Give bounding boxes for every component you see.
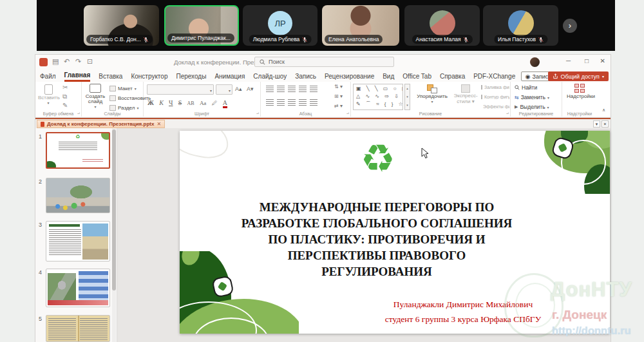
- addins-button[interactable]: Надстройки: [567, 84, 592, 99]
- decrease-indent-icon[interactable]: [288, 86, 296, 92]
- quick-styles-button[interactable]: Экспресс- стили ▾: [451, 84, 480, 104]
- tab-insert[interactable]: Вставка: [99, 71, 122, 81]
- find-label: Найти: [522, 84, 537, 91]
- font-size-select[interactable]: ▾: [216, 84, 232, 95]
- participant-tile-elena[interactable]: Елена Анатольевна: [322, 5, 399, 46]
- slide-canvas[interactable]: ♻ МЕЖДУНАРОДНЫЕ ПЕРЕГОВОР: [180, 131, 610, 334]
- tab-list-dropdown-button[interactable]: ▼: [593, 120, 600, 128]
- mouse-cursor: [421, 147, 429, 159]
- replace-button[interactable]: ⇆ Заменить ▾: [515, 94, 549, 100]
- shapes-gallery-scroll[interactable]: ▴▾▾: [404, 84, 410, 110]
- undo-icon[interactable]: ↶: [64, 57, 70, 66]
- share-button[interactable]: Общий доступ ▾: [548, 71, 609, 81]
- find-button[interactable]: Найти: [515, 84, 537, 91]
- shapes-gallery[interactable]: ▣ ╲ ╲ ▭ ○ ▢ △ ∿ ∿ ⇨ ⇩ ▱ ✎ ⌒ ≈ { } ☆: [353, 84, 403, 110]
- slide-author[interactable]: Пуланджакли Димитрис Михайлович студент …: [366, 297, 560, 327]
- justify-icon[interactable]: [299, 99, 307, 106]
- tab-transitions[interactable]: Переходы: [176, 71, 206, 81]
- participant-tile-ilya[interactable]: Илья Пастухов: [483, 5, 558, 46]
- align-text-icon[interactable]: ⊞ ▾: [334, 93, 343, 99]
- slide-thumbnail-4[interactable]: [46, 269, 110, 307]
- tab-animations[interactable]: Анимация: [214, 71, 245, 81]
- underline-button[interactable]: Ч: [169, 99, 173, 106]
- participant-initials: ЛР: [274, 19, 285, 28]
- group-label: Слайды: [82, 111, 143, 116]
- strikethrough-button[interactable]: S: [178, 99, 182, 106]
- shape-effects-button[interactable]: Эффекты фигуры: [481, 104, 509, 109]
- numbering-icon[interactable]: [277, 86, 285, 92]
- cut-icon[interactable]: ✂: [62, 84, 68, 91]
- convert-smartart-icon[interactable]: ⇄ ▾: [334, 103, 343, 109]
- account-avatar[interactable]: [530, 57, 540, 67]
- slide-thumbnail-3[interactable]: [46, 221, 110, 261]
- dialog-launcher-icon[interactable]: ⌐: [506, 111, 509, 116]
- tab-help[interactable]: Справка: [440, 71, 465, 81]
- character-spacing-button[interactable]: АВ: [187, 100, 194, 106]
- italic-button[interactable]: К: [159, 99, 164, 106]
- thumbnail-scrollbar-thumb[interactable]: [112, 129, 116, 290]
- tab-office-tab[interactable]: Office Tab: [402, 71, 431, 81]
- tab-home[interactable]: Главная: [64, 70, 91, 82]
- slide-title[interactable]: МЕЖДУНАРОДНЫЕ ПЕРЕГОВОРЫ ПО РАЗРАБОТКЕ Г…: [196, 199, 557, 280]
- increase-indent-icon[interactable]: [299, 86, 307, 92]
- copy-icon[interactable]: ⧉: [62, 93, 67, 100]
- line-spacing-icon[interactable]: [310, 86, 317, 92]
- font-color-button[interactable]: А: [223, 99, 227, 108]
- slide-thumbnail-panel: 1 2 3 4 5 ♻: [35, 128, 117, 342]
- bold-button[interactable]: Ж: [147, 99, 154, 106]
- change-case-button[interactable]: Аа: [200, 100, 206, 106]
- save-icon[interactable]: ▤: [52, 57, 59, 66]
- slide-thumbnail-1-selected[interactable]: ♻: [46, 132, 110, 169]
- tab-record[interactable]: Запись: [295, 71, 316, 81]
- select-button[interactable]: ▶ Выделить ▾: [515, 104, 549, 110]
- section-icon: [109, 105, 116, 111]
- paste-button[interactable]: Вставить ▾: [38, 84, 59, 105]
- tab-pdf-xchange[interactable]: PDF-XChange: [473, 71, 515, 81]
- tab-slideshow[interactable]: Слайд-шоу: [253, 71, 287, 81]
- maximize-button[interactable]: □: [585, 57, 589, 64]
- document-tab-active[interactable]: Доклад к конференции. Презентация.pptx ✕: [37, 120, 165, 128]
- tab-design[interactable]: Конструктор: [131, 71, 167, 81]
- new-slide-button[interactable]: Создать слайд ▾: [84, 84, 107, 109]
- align-right-icon[interactable]: [288, 99, 296, 106]
- bullets-icon[interactable]: [266, 86, 274, 92]
- dialog-launcher-icon[interactable]: ⌐: [256, 111, 259, 116]
- align-left-icon[interactable]: [266, 99, 274, 106]
- tab-review[interactable]: Рецензирование: [325, 71, 374, 81]
- highlight-button[interactable]: 🖉: [212, 100, 218, 106]
- shrink-font-button[interactable]: А▾: [247, 86, 254, 92]
- text-direction-icon[interactable]: ⇅ ▾: [334, 84, 343, 90]
- collapse-ribbon-icon[interactable]: ∧: [602, 108, 605, 113]
- section-button[interactable]: Раздел ▾: [109, 105, 138, 111]
- participant-tile-gorbatko[interactable]: Горбатко С.В. Дон...: [84, 5, 159, 46]
- shape-outline-button[interactable]: Контур фигуры: [481, 95, 509, 99]
- participant-tile-anastasia[interactable]: Анастасия Малая: [404, 5, 480, 46]
- font-name-select[interactable]: ▾: [147, 84, 214, 95]
- dialog-launcher-icon[interactable]: ⌐: [346, 111, 349, 116]
- arrange-button[interactable]: Упорядочить ▾: [414, 84, 450, 104]
- tab-view[interactable]: Вид: [383, 71, 394, 81]
- search-input[interactable]: Поиск: [254, 57, 394, 67]
- align-center-icon[interactable]: [277, 99, 285, 106]
- slide-thumbnail-2[interactable]: [46, 178, 110, 213]
- minimize-button[interactable]: ─: [566, 57, 571, 64]
- redo-icon[interactable]: ↷: [75, 57, 81, 66]
- tab-bar-close-button[interactable]: ✕: [601, 120, 609, 128]
- participant-tile-ludmila[interactable]: ЛР Людмила Рублева: [243, 5, 317, 46]
- slideshow-icon[interactable]: ⊡: [87, 57, 93, 66]
- format-painter-icon[interactable]: ✎: [62, 102, 68, 109]
- tab-file[interactable]: Файл: [40, 71, 56, 81]
- thumbnail-number: 3: [39, 222, 42, 228]
- dialog-launcher-icon[interactable]: ⌐: [77, 111, 80, 116]
- layout-button[interactable]: Макет ▾: [109, 86, 137, 91]
- shape-fill-button[interactable]: Заливка фигуры: [481, 85, 509, 90]
- close-button[interactable]: ✕: [600, 57, 605, 64]
- close-icon[interactable]: ✕: [156, 121, 161, 127]
- participant-tile-dimitris-active-speaker[interactable]: Димитрис Пуланджак...: [164, 5, 239, 46]
- addins-label: Надстройки: [567, 93, 592, 99]
- mic-muted-icon: [301, 37, 307, 43]
- columns-icon[interactable]: [310, 99, 317, 106]
- slide-thumbnail-5[interactable]: [46, 315, 110, 342]
- more-participants-button[interactable]: ›: [563, 19, 577, 33]
- grow-font-button[interactable]: А▴: [235, 86, 242, 92]
